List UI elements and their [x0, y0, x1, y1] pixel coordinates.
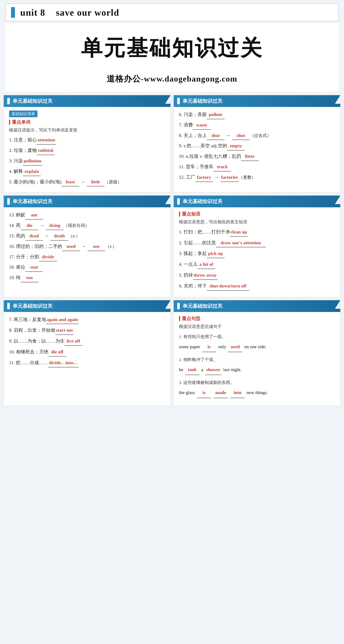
- header: unit 8 save our world: [5, 4, 339, 21]
- card-header-4: 单元基础知识过关: [174, 196, 340, 207]
- vocab-10: 10. n.垃圾 v. 使乱七八糟；乱扔litter: [179, 152, 335, 161]
- instruction-phrases: 根据汉语意思，写出相应的英文短语: [179, 218, 335, 225]
- card-body-5: 7. 再三地；反复地again and again 8. 启程，出发；开始做st…: [4, 312, 170, 374]
- phrase-1: 1. 打扫；把……打扫干净clean up: [179, 228, 335, 237]
- card-header-2: 单元基础知识过关: [174, 95, 340, 107]
- vocab-19: 19. 吨ton: [9, 274, 165, 282]
- phrase-8: 8. 启程，出发；开始做start out: [9, 326, 165, 335]
- vocab-16: 16. 用过的；旧的；二手的used→use（v.）: [9, 242, 165, 251]
- subtitle-1: 重点单词: [9, 119, 165, 125]
- phrase-11: 11. 把……分成……divide…into…: [9, 359, 165, 368]
- card-body-2: 6. 污染；弄脏pollute 7. 浪费waste 8. 关上；合上shut→…: [174, 107, 340, 188]
- big-title: 单元基础知识过关: [11, 34, 333, 63]
- phrase-7: 7. 再三地；反复地again and again: [9, 316, 165, 324]
- phrase-3: 3. 拣起；拿起pick up: [179, 250, 335, 258]
- vocab-6: 6. 污染；弄脏pollute: [179, 110, 335, 119]
- vocab-5: 5. 最少的(地)；最小的(地)least→little（原级）: [9, 178, 165, 186]
- card-header-6: 单元基础知识过关: [174, 300, 340, 312]
- card-header-5: 单元基础知识过关: [4, 300, 170, 312]
- instruction-1: 根据汉语提示，写出下列单词及变形: [9, 127, 165, 134]
- card-body-4: 重点短语 根据汉语意思，写出相应的英文短语 1. 打扫；把……打扫干净clean…: [174, 207, 340, 297]
- vocab-14: 14. 死die→dying（现在分词）: [9, 221, 165, 230]
- card-body-1: 基础知识清单 重点单词 根据汉语提示，写出下列单词及变形 1. 注意；留心att…: [4, 107, 170, 192]
- vocab-13: 13. 蚂蚁ant: [9, 211, 165, 220]
- phrase-10: 10. 相继死去；灭绝die off: [9, 348, 165, 356]
- vocab-15: 15. 死的dead→death（n.）: [9, 232, 165, 240]
- vocab-18: 18. 座位seat: [9, 263, 165, 272]
- card-body-6: 重点句型 根据汉语意思完成句子 1. 有些纸只使用了一面。 some paper…: [174, 312, 340, 406]
- header-accent: [11, 7, 15, 18]
- vocab-17: 17. 分开；分割divide: [9, 253, 165, 262]
- vocab-2: 2. 垃圾；废物rubbish: [9, 146, 165, 155]
- vocab-3: 3. 污染pollution: [9, 157, 165, 166]
- instruction-sentences: 根据汉语意思完成句子: [179, 323, 335, 330]
- phrase-6: 6. 关闭；停下shut down/turn off: [179, 282, 335, 291]
- card-vocab-2: 单元基础知识过关 6. 污染；弄脏pollute 7. 浪费waste 8. 关…: [174, 95, 340, 192]
- subtitle-phrases: 重点短语: [179, 211, 335, 217]
- website-label: 道格办公-www.daogebangong.com: [11, 73, 333, 84]
- header-title: unit 8 save our world: [20, 7, 119, 18]
- card-header-1: 单元基础知识过关: [4, 95, 170, 107]
- card-vocab-3: 单元基础知识过关 13. 蚂蚁ant 14. 死die→dying（现在分词） …: [4, 196, 171, 297]
- card-phrases: 单元基础知识过关 重点短语 根据汉语意思，写出相应的英文短语 1. 打扫；把………: [174, 196, 340, 297]
- vocab-7: 7. 浪费waste: [179, 121, 335, 130]
- card-phrases-2: 单元基础知识过关 7. 再三地；反复地again and again 8. 启程…: [4, 300, 171, 406]
- sentence-2: 2. 他昨晚冲了个澡。 he took a shower last night.: [179, 355, 335, 375]
- card-sentences: 单元基础知识过关 重点句型 根据汉语意思完成句子 1. 有些纸只使用了一面。 s…: [174, 300, 340, 406]
- badge-1: 基础知识清单: [9, 110, 38, 117]
- vocab-4: 4. 解释explain: [9, 167, 165, 176]
- subtitle-sentences: 重点句型: [179, 316, 335, 322]
- cards-section: 单元基础知识过关 基础知识清单 重点单词 根据汉语提示，写出下列单词及变形 1.…: [4, 95, 340, 406]
- vocab-12: 12. 工厂factory→factories（复数）: [179, 173, 335, 182]
- card-vocab-1: 单元基础知识过关 基础知识清单 重点单词 根据汉语提示，写出下列单词及变形 1.…: [4, 95, 171, 192]
- big-title-section: 单元基础知识过关 道格办公-www.daogebangong.com: [5, 23, 339, 92]
- phrase-2: 2. 引起……的注意draw one's attention: [179, 239, 335, 248]
- phrase-4: 4. 一点儿a bit of: [179, 260, 335, 269]
- sentence-1: 1. 有些纸只使用了一面。 some paper is only used on…: [179, 332, 335, 352]
- vocab-11: 11. 货车；手推车truck: [179, 163, 335, 172]
- card-header-3: 单元基础知识过关: [4, 196, 170, 207]
- phrase-5: 5. 扔掉throw away: [179, 271, 335, 280]
- phrase-9: 9. 以……为食；以……为生live off: [9, 337, 165, 346]
- vocab-9: 9. v.把……弄空 adj.空的empty: [179, 142, 335, 150]
- vocab-8: 8. 关上；合上shut→shut（过去式）: [179, 132, 335, 140]
- card-body-3: 13. 蚂蚁ant 14. 死die→dying（现在分词） 15. 死的dea…: [4, 207, 170, 288]
- sentence-3: 3. 这些玻璃被制成新的东西。 the glass is made into n…: [179, 378, 335, 398]
- vocab-1: 1. 注意；留心attention: [9, 136, 165, 144]
